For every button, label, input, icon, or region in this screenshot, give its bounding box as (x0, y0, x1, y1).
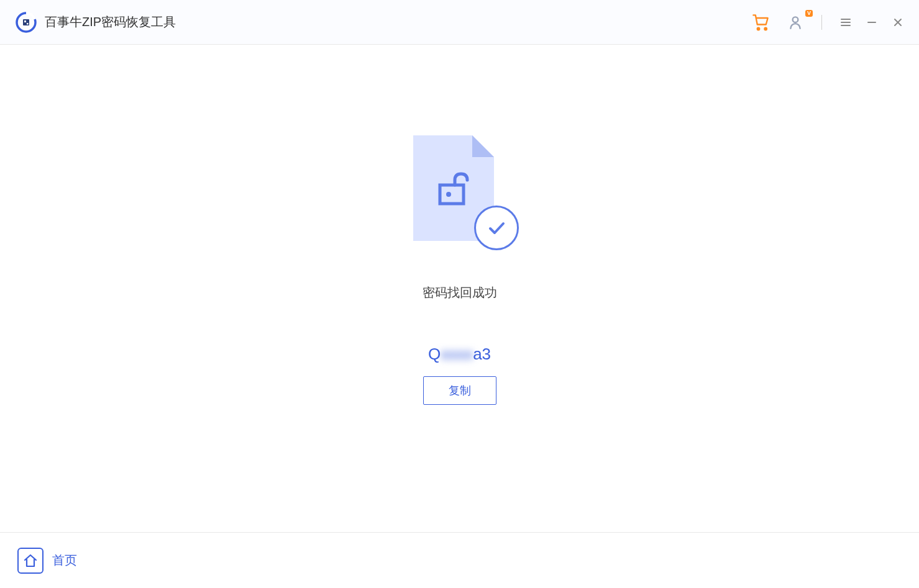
footer: 首页 (0, 532, 919, 588)
vip-badge: V (805, 10, 813, 17)
success-message: 密码找回成功 (423, 284, 497, 301)
home-label: 首页 (52, 552, 77, 569)
password-prefix: Q (428, 345, 441, 363)
cart-icon (752, 13, 769, 32)
user-icon (787, 14, 803, 30)
success-illustration (407, 135, 513, 253)
svg-point-4 (757, 27, 760, 30)
menu-button[interactable] (839, 16, 852, 29)
svg-point-14 (446, 192, 451, 197)
home-icon (23, 553, 38, 568)
svg-rect-2 (24, 20, 26, 22)
svg-point-5 (764, 27, 767, 30)
password-hidden-part: xxxx (441, 345, 473, 364)
password-suffix: a3 (473, 345, 491, 363)
checkmark-icon (484, 215, 509, 240)
svg-rect-3 (27, 23, 29, 25)
svg-rect-13 (440, 185, 464, 204)
unlock-icon (436, 170, 471, 210)
header-divider (821, 15, 822, 30)
home-link[interactable]: 首页 (17, 548, 77, 574)
app-logo-icon (15, 11, 37, 34)
minimize-button[interactable] (866, 16, 878, 29)
close-icon (892, 17, 903, 28)
recovered-password: Qxxxxa3 (428, 345, 491, 364)
user-account-button[interactable]: V (787, 14, 804, 31)
minimize-icon (866, 17, 877, 28)
window-controls (839, 16, 904, 29)
menu-icon (839, 16, 852, 29)
main-content: 密码找回成功 Qxxxxa3 复制 (0, 45, 919, 532)
checkmark-circle-icon (474, 206, 519, 250)
close-button[interactable] (892, 16, 904, 29)
copy-button[interactable]: 复制 (423, 376, 496, 405)
header-left: 百事牛ZIP密码恢复工具 (15, 11, 176, 34)
app-title: 百事牛ZIP密码恢复工具 (45, 14, 176, 30)
header: 百事牛ZIP密码恢复工具 V (0, 0, 919, 45)
header-right: V (752, 14, 904, 31)
svg-point-6 (793, 17, 798, 22)
home-icon-box (17, 548, 43, 574)
cart-button[interactable] (752, 14, 769, 31)
